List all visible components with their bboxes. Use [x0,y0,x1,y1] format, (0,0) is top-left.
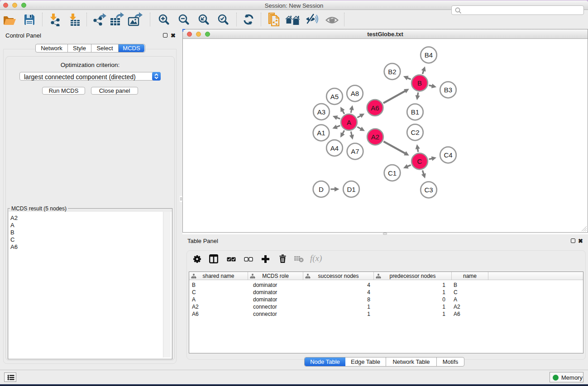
svg-text:A6: A6 [371,104,379,112]
svg-text:A7: A7 [351,148,359,155]
svg-text:A: A [347,119,351,126]
svg-text:C: C [417,157,422,165]
svg-text:A1: A1 [317,129,325,137]
svg-text:A4: A4 [330,144,339,152]
svg-text:C4: C4 [444,151,452,159]
svg-text:A3: A3 [317,108,325,116]
svg-text:A8: A8 [351,90,359,97]
svg-text:C1: C1 [388,169,397,177]
svg-text:B2: B2 [388,68,396,76]
svg-text:A5: A5 [330,93,339,100]
svg-text:C2: C2 [411,129,419,136]
svg-text:D: D [319,186,324,193]
svg-text:B3: B3 [444,86,452,94]
svg-text:A2: A2 [371,133,379,141]
svg-text:B1: B1 [411,108,419,116]
svg-text:B: B [417,79,422,87]
svg-text:D1: D1 [347,186,355,193]
svg-text:B4: B4 [425,51,433,59]
svg-text:C3: C3 [424,186,433,194]
